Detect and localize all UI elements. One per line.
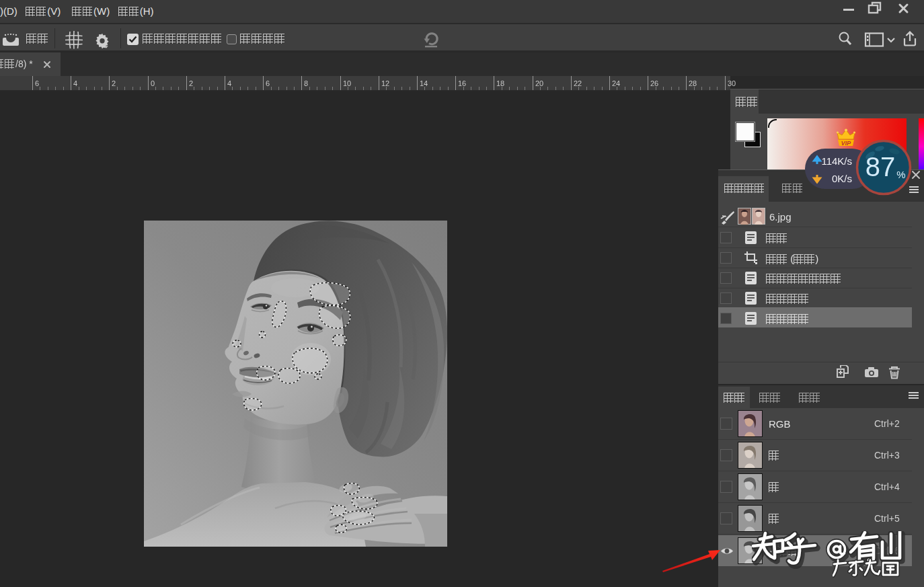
svg-text:0K/s: 0K/s <box>832 173 852 184</box>
svg-text:114K/s: 114K/s <box>821 155 852 167</box>
svg-text:VIP: VIP <box>841 140 852 147</box>
svg-text:87: 87 <box>865 152 896 182</box>
svg-text:%: % <box>896 169 905 180</box>
